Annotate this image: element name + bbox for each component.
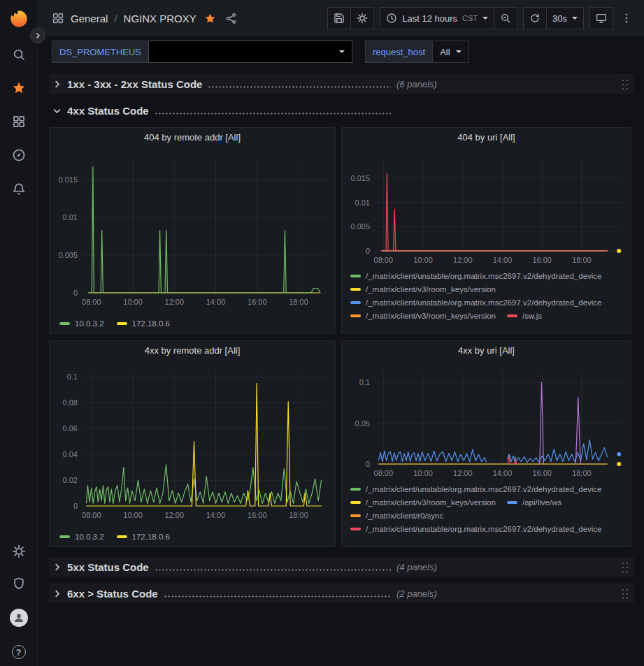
legend-swatch — [350, 275, 361, 277]
search-icon[interactable] — [12, 48, 26, 61]
refresh-interval-label: 30s — [552, 13, 567, 24]
legend-label: 172.18.0.6 — [132, 533, 170, 541]
topbar: General / NGINX PROXY — [38, 0, 644, 36]
refresh-interval-select[interactable]: 30s — [546, 7, 584, 29]
legend-label: /_matrix/client/v3/room_keys/version — [366, 498, 496, 507]
submenu: DS_PROMETHEUS request_host All — [38, 36, 644, 67]
gear-icon[interactable] — [12, 544, 26, 558]
panel-title[interactable]: 404 by remote addr [All] — [50, 128, 335, 147]
ds-prometheus-select[interactable] — [148, 41, 352, 63]
main-area: General / NGINX PROXY — [38, 0, 644, 666]
timeseries-chart[interactable]: 00.020.040.060.080.108:0010:0012:0014:00… — [51, 361, 334, 524]
row-4xx[interactable]: 4xx Status Code — [49, 101, 634, 120]
legend-label: /sw.js — [522, 312, 542, 320]
legend-label: /_matrix/client/r0/sync — [366, 512, 443, 520]
request-host-label[interactable]: request_host — [365, 41, 433, 63]
svg-text:16:00: 16:00 — [248, 298, 267, 306]
panel-title[interactable]: 4xx by remote addr [All] — [50, 341, 335, 361]
row-drag-handle[interactable] — [621, 588, 629, 600]
svg-text:0: 0 — [73, 289, 78, 297]
svg-text:18:00: 18:00 — [289, 511, 308, 519]
row-1xx-3xx-2xx[interactable]: 1xx - 3xx - 2xx Status Code (6 panels) — [49, 74, 634, 94]
legend-item[interactable]: 172.18.0.6 — [117, 319, 170, 328]
svg-text:0.01: 0.01 — [355, 198, 370, 207]
refresh-button[interactable] — [523, 7, 547, 29]
ds-prometheus-label[interactable]: DS_PROMETHEUS — [52, 41, 149, 63]
dashboard: 1xx - 3xx - 2xx Status Code (6 panels) 4… — [38, 67, 644, 666]
share-icon[interactable] — [224, 11, 238, 26]
legend-label: /_matrix/client/unstable/org.matrix.msc2… — [366, 485, 602, 493]
sidebar: ? — [0, 0, 38, 666]
legend-item[interactable]: /_matrix/client/unstable/org.matrix.msc2… — [350, 525, 602, 533]
tv-mode-button[interactable] — [589, 7, 613, 29]
svg-text:0.01: 0.01 — [63, 213, 78, 222]
request-host-select[interactable]: All — [432, 41, 468, 63]
svg-text:0.005: 0.005 — [58, 251, 78, 259]
grafana-app: ? General / NGINX PROXY — [0, 0, 644, 666]
legend-item[interactable]: /_matrix/client/unstable/org.matrix.msc2… — [350, 272, 602, 280]
legend: /_matrix/client/unstable/org.matrix.msc2… — [342, 482, 631, 546]
legend-label: 172.18.0.6 — [132, 319, 170, 328]
grafana-logo-icon[interactable] — [8, 8, 29, 29]
favorite-star-icon[interactable] — [203, 11, 217, 26]
svg-text:0: 0 — [366, 460, 370, 468]
dotted-leader — [164, 595, 391, 598]
user-avatar[interactable] — [10, 609, 28, 627]
legend-swatch — [350, 514, 361, 517]
star-icon[interactable] — [12, 81, 26, 95]
row-title: 5xx Status Code — [67, 561, 149, 573]
chevron-down-icon — [482, 17, 488, 20]
help-icon[interactable]: ? — [12, 645, 26, 659]
page-title: NGINX PROXY — [124, 13, 196, 24]
alerting-bell-icon[interactable] — [12, 182, 26, 196]
row-5xx[interactable]: 5xx Status Code (4 panels) — [49, 557, 634, 577]
panel-title[interactable]: 404 by uri [All] — [342, 128, 631, 147]
row-title: 4xx Status Code — [67, 105, 149, 117]
panel-4xx-by-uri: 4xx by uri [All] 00.050.108:0010:0012:00… — [341, 340, 631, 547]
legend-label: /_matrix/client/unstable/org.matrix.msc2… — [366, 525, 602, 533]
row-6xx[interactable]: 6xx > Status Code (2 panels) — [49, 584, 634, 603]
dashboard-settings-button[interactable] — [350, 7, 374, 29]
legend-item[interactable]: /api/live/ws — [507, 498, 561, 507]
kebab-menu-icon[interactable] — [619, 10, 634, 26]
timeseries-chart[interactable]: 00.0050.010.01508:0010:0012:0014:0016:00… — [51, 147, 334, 311]
svg-text:14:00: 14:00 — [493, 256, 513, 264]
shield-icon[interactable] — [12, 577, 26, 591]
dashboards-breadcrumb-icon[interactable] — [52, 12, 64, 24]
legend-item[interactable]: /_matrix/client/v3/room_keys/version — [350, 498, 496, 507]
svg-text:0: 0 — [366, 247, 370, 255]
legend-item[interactable]: /_matrix/client/v3/room_keys/version — [350, 312, 496, 320]
row-panel-count: (2 panels) — [396, 588, 437, 599]
explore-compass-icon[interactable] — [12, 148, 26, 162]
sidebar-expand-button[interactable] — [30, 28, 45, 43]
row-title: 1xx - 3xx - 2xx Status Code — [67, 78, 202, 90]
legend-item[interactable]: /_matrix/client/v3/room_keys/version — [350, 285, 496, 294]
breadcrumb-section[interactable]: General — [71, 13, 108, 24]
legend-item[interactable]: 10.0.3.2 — [59, 533, 104, 541]
dotted-leader — [155, 569, 391, 571]
legend-item[interactable]: /_matrix/client/unstable/org.matrix.msc2… — [350, 298, 602, 307]
save-dashboard-button[interactable] — [327, 7, 351, 29]
svg-text:14:00: 14:00 — [206, 511, 226, 519]
legend-swatch — [350, 301, 361, 304]
legend-item[interactable]: /_matrix/client/unstable/org.matrix.msc2… — [350, 485, 602, 493]
legend-label: /_matrix/client/unstable/org.matrix.msc2… — [366, 298, 602, 307]
zoom-out-button[interactable] — [494, 7, 517, 29]
legend: 10.0.3.2172.18.0.6 — [50, 318, 335, 333]
legend-item[interactable]: 10.0.3.2 — [59, 319, 104, 328]
timeseries-chart[interactable]: 00.050.108:0010:0012:0014:0016:0018:00 — [343, 361, 629, 482]
legend-swatch — [59, 535, 70, 538]
panel-title[interactable]: 4xx by uri [All] — [342, 341, 631, 361]
legend-item[interactable]: 172.18.0.6 — [117, 533, 170, 541]
svg-text:14:00: 14:00 — [493, 469, 513, 477]
row-drag-handle[interactable] — [621, 561, 629, 573]
svg-text:08:00: 08:00 — [82, 511, 101, 519]
svg-text:0.08: 0.08 — [63, 398, 78, 407]
legend-item[interactable]: /_matrix/client/r0/sync — [350, 512, 443, 520]
time-range-label: Last 12 hours — [402, 13, 457, 24]
legend-item[interactable]: /sw.js — [507, 312, 542, 320]
timeseries-chart[interactable]: 00.0050.010.01508:0010:0012:0014:0016:00… — [343, 147, 629, 269]
time-range-picker[interactable]: Last 12 hours CST — [380, 7, 494, 29]
dashboards-icon[interactable] — [12, 115, 26, 129]
row-drag-handle[interactable] — [621, 78, 629, 90]
